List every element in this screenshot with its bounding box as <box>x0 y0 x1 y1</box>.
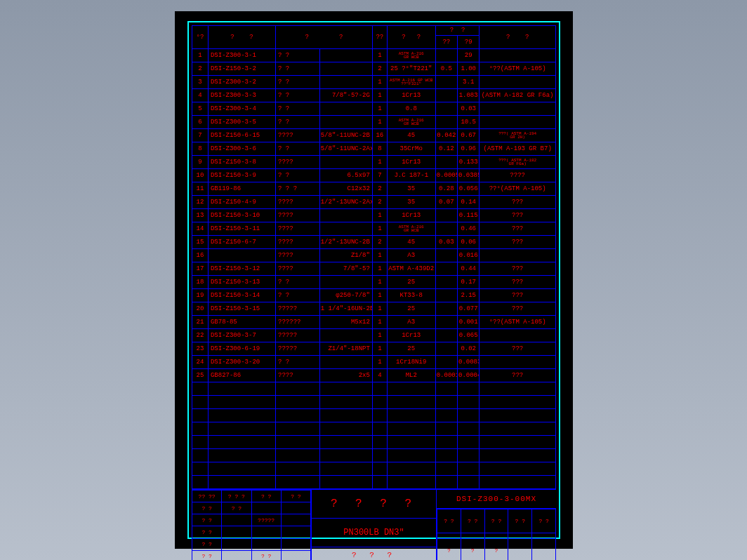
cell-w1 <box>435 209 457 222</box>
cell-w2: 0.001 <box>458 316 480 329</box>
cell-part: DSI-Z150-3-10 <box>208 209 275 222</box>
cell-spec <box>319 102 372 116</box>
cell-remark: ??°(ASTM A-105) <box>480 182 556 196</box>
table-row <box>437 533 556 538</box>
empty-cell <box>319 449 372 462</box>
table-row <box>192 462 556 476</box>
cell-index: 6 <box>192 116 209 129</box>
table-row: 3DSI-Z300-3-2? ?1ASTM A-216 GP WCB??"F32… <box>192 76 556 89</box>
cell-w1: 0.03 <box>435 236 457 249</box>
cell-material: 25 <box>387 342 435 356</box>
cell-w2: 0.056 <box>458 182 480 196</box>
cell-remark: ??? <box>480 276 556 289</box>
cell-index: 1 <box>192 49 209 62</box>
cell-w1 <box>435 276 457 289</box>
cell-index: 16 <box>192 249 209 262</box>
cell-desc: ???? <box>276 156 320 169</box>
cell-qty: 1 <box>372 289 387 302</box>
table-row: 2DSI-Z150-3-2? ?225 ?°"T221"0.51.00°??(A… <box>192 62 556 76</box>
approval-cell: ? ? <box>461 509 484 533</box>
cell-index: 22 <box>192 329 209 342</box>
table-row: ? ? <box>192 538 311 550</box>
cell-part: DSI-Z300-3-6 <box>208 142 275 156</box>
drawing-number: DSI-Z300-3-00MX <box>437 490 556 509</box>
empty-cell <box>319 396 372 409</box>
cell-material: 1Cr18Ni9 <box>387 356 435 369</box>
cell-spec <box>319 276 372 289</box>
cell-material: 45 <box>387 129 435 142</box>
approval-cell: ? ? <box>508 509 532 533</box>
cell-remark <box>480 249 556 262</box>
rev-cell <box>222 526 251 538</box>
empty-cell <box>435 436 457 449</box>
cell-part: DSI-Z300-3-5 <box>208 116 275 129</box>
table-row: 14DSI-Z150-3-11????1ASTM A-216GR WCB0.46… <box>192 222 556 236</box>
cell-w1 <box>435 329 457 342</box>
cell-index: 10 <box>192 169 209 182</box>
cell-material: A3 <box>387 316 435 329</box>
empty-cell <box>387 422 435 436</box>
table-row: 23DSI-Z300-6-19?????Z1/4"-18NPT1250.02??… <box>192 342 556 356</box>
cell-part: DSI-Z150-4-9 <box>208 196 275 209</box>
cell-material: 25 <box>387 302 435 316</box>
table-row: ? ?????? <box>192 514 311 526</box>
cell-w1: 0.5 <box>435 62 457 76</box>
empty-cell <box>372 449 387 462</box>
approval-cell: ? <box>461 539 484 560</box>
hdr-w2: ?9 <box>458 36 480 49</box>
cell-material: ML2 <box>387 369 435 382</box>
empty-cell <box>319 409 372 422</box>
cell-qty: 7 <box>372 169 387 182</box>
empty-cell <box>435 476 457 489</box>
table-row: 19DSI-Z150-3-14? ?φ250-7/8"1KT33-82.15??… <box>192 289 556 302</box>
empty-cell <box>319 476 372 489</box>
table-row <box>192 409 556 422</box>
cell-qty: 1 <box>372 342 387 356</box>
cell-part: DSI-Z150-3-8 <box>208 156 275 169</box>
cell-remark: ??? <box>480 209 556 222</box>
cell-desc: ? ? ? <box>276 182 320 196</box>
empty-cell <box>319 382 372 396</box>
cell-material: 25 ?°"T221" <box>387 62 435 76</box>
rev-cell: ? ? <box>192 550 222 560</box>
table-row: 16????Z1/8"1A30.016 <box>192 249 556 262</box>
rev-cell: ? ? <box>192 502 222 514</box>
empty-cell <box>319 462 372 476</box>
cell-material: 35CrMo <box>387 142 435 156</box>
empty-cell <box>276 476 320 489</box>
cell-w2: 3.1 <box>458 76 480 89</box>
cell-remark: ??? <box>480 222 556 236</box>
cell-w2: 1.00 <box>458 62 480 76</box>
table-row: 7DSI-Z150-6-15????5/8"-11UNC-2B16450.042… <box>192 129 556 142</box>
empty-cell <box>192 462 209 476</box>
cell-spec: 5/8"-11UNC-2Ax110 <box>319 142 372 156</box>
table-row: 12DSI-Z150-4-9????1/2"-13UNC-2Ax702350.0… <box>192 196 556 209</box>
cell-spec <box>319 62 372 76</box>
cell-part: DSI-Z300-3-7 <box>208 329 275 342</box>
cell-material: 35 <box>387 196 435 209</box>
cell-spec <box>319 356 372 369</box>
cell-part <box>208 249 275 262</box>
cell-desc: ? ? <box>276 102 320 116</box>
cell-w1 <box>435 156 457 169</box>
cell-material: 1Cr13 <box>387 329 435 342</box>
cell-index: 3 <box>192 76 209 89</box>
approval-cell <box>508 539 532 560</box>
empty-cell <box>435 409 457 422</box>
cell-desc: ?????? <box>276 316 320 329</box>
empty-cell <box>435 422 457 436</box>
cell-index: 7 <box>192 129 209 142</box>
empty-cell <box>387 449 435 462</box>
cell-material: 1Cr13 <box>387 89 435 102</box>
cell-w2: 0.0004 <box>458 369 480 382</box>
cell-qty: 1 <box>372 276 387 289</box>
rev-cell <box>281 502 310 514</box>
cell-desc: ???? <box>276 236 320 249</box>
cell-remark: ???( ASTM A-194GR 2H) <box>480 129 556 142</box>
cell-part: DSI-Z150-6-7 <box>208 236 275 249</box>
empty-cell <box>387 436 435 449</box>
table-row: 8DSI-Z300-3-6? ?5/8"-11UNC-2Ax110835CrMo… <box>192 142 556 156</box>
cell-part: GB119-86 <box>208 182 275 196</box>
cell-w2: 0.03 <box>458 102 480 116</box>
cell-remark: ??? <box>480 196 556 209</box>
